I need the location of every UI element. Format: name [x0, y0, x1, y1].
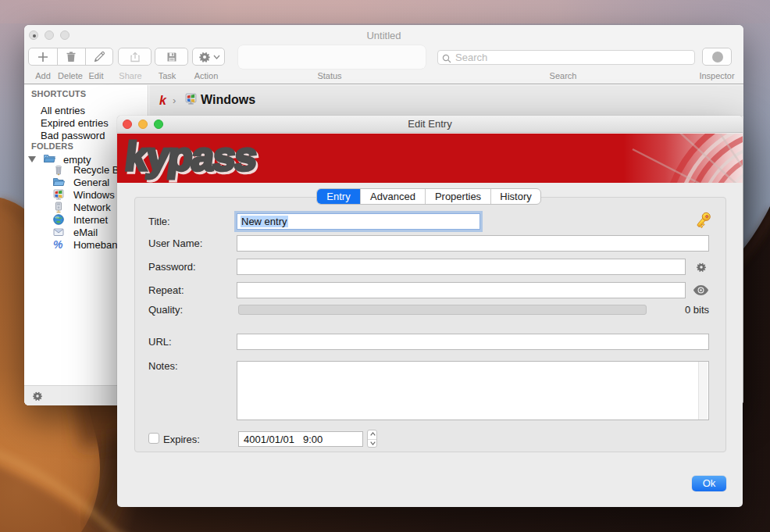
svg-text:kypass: kypass [123, 134, 258, 179]
svg-text:%: % [53, 238, 63, 251]
